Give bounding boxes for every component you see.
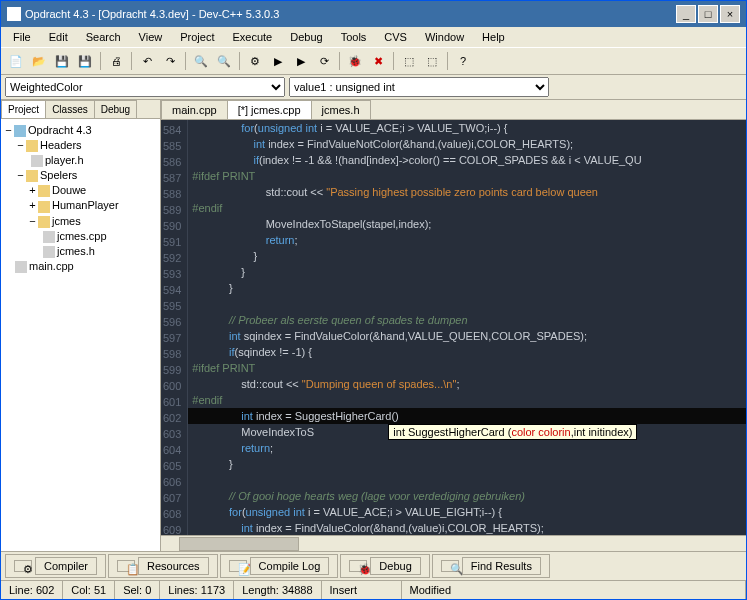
options-icon[interactable]: ⬚ (421, 50, 443, 72)
code-line[interactable]: } (188, 264, 746, 280)
code-line[interactable]: int sqindex = FindValueColor(&hand,VALUE… (188, 328, 746, 344)
debug-icon[interactable]: 🐞 (344, 50, 366, 72)
menu-cvs[interactable]: CVS (376, 29, 415, 45)
redo-icon[interactable]: ↷ (159, 50, 181, 72)
menubar: FileEditSearchViewProjectExecuteDebugToo… (1, 27, 746, 47)
profile-icon[interactable]: ⬚ (398, 50, 420, 72)
file-tab[interactable]: main.cpp (161, 100, 228, 119)
undo-icon[interactable]: ↶ (136, 50, 158, 72)
stop-icon[interactable]: ✖ (367, 50, 389, 72)
status-length: Length: 34888 (234, 581, 321, 599)
code-line[interactable]: if(index != -1 && !(hand[index]->color()… (188, 152, 746, 168)
code-line[interactable]: return; (188, 232, 746, 248)
class-browser-bar: WeightedColor value1 : unsigned int (1, 75, 746, 100)
bottom-tabs: ⚙Compiler📋Resources📝Compile Log🐞Debug🔍Fi… (1, 551, 746, 580)
left-tabs: ProjectClassesDebug (1, 100, 160, 119)
code-line[interactable]: for(unsigned int i = VALUE_ACE;i > VALUE… (188, 120, 746, 136)
tree-file[interactable]: jcmes.h (57, 245, 95, 257)
maximize-button[interactable]: □ (698, 5, 718, 23)
close-button[interactable]: × (720, 5, 740, 23)
bottom-tab-compiler[interactable]: ⚙Compiler (5, 554, 106, 578)
code-line[interactable]: #endif (188, 200, 746, 216)
tree-folder[interactable]: Douwe (52, 184, 86, 196)
menu-window[interactable]: Window (417, 29, 472, 45)
code-line[interactable]: } (188, 280, 746, 296)
code-line[interactable]: int index = FindValueColor(&hand,(value)… (188, 520, 746, 535)
code-line[interactable]: #endif (188, 392, 746, 408)
code-editor[interactable]: 5845855865875885895905915925935945955965… (161, 120, 746, 535)
menu-view[interactable]: View (131, 29, 171, 45)
bottom-tab-debug[interactable]: 🐞Debug (340, 554, 429, 578)
code-line[interactable]: #ifdef PRINT (188, 168, 746, 184)
code-line[interactable] (188, 472, 746, 488)
replace-icon[interactable]: 🔍 (213, 50, 235, 72)
param-tooltip: int SuggestHigherCard (color colorin,int… (388, 424, 637, 440)
menu-file[interactable]: File (5, 29, 39, 45)
file-tab[interactable]: [*] jcmes.cpp (227, 100, 312, 119)
code-line[interactable]: std::cout << "Dumping queen of spades...… (188, 376, 746, 392)
save-icon[interactable]: 💾 (51, 50, 73, 72)
run-icon[interactable]: ▶ (267, 50, 289, 72)
code-line[interactable] (188, 296, 746, 312)
minimize-button[interactable]: _ (676, 5, 696, 23)
tree-file[interactable]: player.h (45, 154, 84, 166)
left-tab-debug[interactable]: Debug (94, 100, 137, 118)
class-combo[interactable]: WeightedColor (5, 77, 285, 97)
tree-folder[interactable]: HumanPlayer (52, 199, 119, 211)
new-icon[interactable]: 📄 (5, 50, 27, 72)
code-line[interactable]: std::cout << "Passing highest possible z… (188, 184, 746, 200)
print-icon[interactable]: 🖨 (105, 50, 127, 72)
code-line[interactable]: } (188, 456, 746, 472)
rebuild-icon[interactable]: ⟳ (313, 50, 335, 72)
compile-icon[interactable]: ⚙ (244, 50, 266, 72)
left-tab-project[interactable]: Project (1, 100, 46, 118)
code-line[interactable]: int index = FindValueNotColor(&hand,(val… (188, 136, 746, 152)
code-line[interactable]: int index = SuggestHigherCard() (188, 408, 746, 424)
help-icon[interactable]: ? (452, 50, 474, 72)
tree-file[interactable]: main.cpp (29, 260, 74, 272)
bottom-tab-find-results[interactable]: 🔍Find Results (432, 554, 550, 578)
file-tab[interactable]: jcmes.h (311, 100, 371, 119)
code-area[interactable]: for(unsigned int i = VALUE_ACE;i > VALUE… (188, 120, 746, 535)
code-line[interactable]: #ifdef PRINT (188, 360, 746, 376)
tree-folder-spelers[interactable]: Spelers (40, 169, 77, 181)
code-line[interactable]: } (188, 248, 746, 264)
left-tab-classes[interactable]: Classes (45, 100, 95, 118)
tree-project[interactable]: Opdracht 4.3 (28, 124, 92, 136)
menu-help[interactable]: Help (474, 29, 513, 45)
menu-project[interactable]: Project (172, 29, 222, 45)
app-icon (7, 7, 21, 21)
status-line: Line: 602 (1, 581, 63, 599)
tree-folder[interactable]: jcmes (52, 215, 81, 227)
code-line[interactable]: for(unsigned int i = VALUE_ACE;i > VALUE… (188, 504, 746, 520)
bottom-tab-resources[interactable]: 📋Resources (108, 554, 218, 578)
compilerun-icon[interactable]: ▶ (290, 50, 312, 72)
status-col: Col: 51 (63, 581, 115, 599)
code-line[interactable]: // Probeer als eerste queen of spades te… (188, 312, 746, 328)
project-tree[interactable]: −Opdracht 4.3 −Headers player.h −Spelers… (1, 119, 160, 551)
code-line[interactable]: return; (188, 440, 746, 456)
tree-file[interactable]: jcmes.cpp (57, 230, 107, 242)
line-gutter: 5845855865875885895905915925935945955965… (161, 120, 188, 535)
scrollbar-thumb[interactable] (179, 537, 299, 551)
find-icon[interactable]: 🔍 (190, 50, 212, 72)
member-combo[interactable]: value1 : unsigned int (289, 77, 549, 97)
saveall-icon[interactable]: 💾 (74, 50, 96, 72)
tree-folder-headers[interactable]: Headers (40, 139, 82, 151)
tab-icon: 🔍 (441, 560, 459, 572)
open-icon[interactable]: 📂 (28, 50, 50, 72)
horizontal-scrollbar[interactable] (161, 535, 746, 551)
window-title: Opdracht 4.3 - [Opdracht 4.3.dev] - Dev-… (25, 8, 279, 20)
menu-execute[interactable]: Execute (224, 29, 280, 45)
code-line[interactable]: MoveIndexToStapel(stapel,index); (188, 216, 746, 232)
bottom-tab-compile-log[interactable]: 📝Compile Log (220, 554, 339, 578)
status-lines: Lines: 1173 (160, 581, 234, 599)
menu-debug[interactable]: Debug (282, 29, 330, 45)
menu-tools[interactable]: Tools (333, 29, 375, 45)
titlebar: Opdracht 4.3 - [Opdracht 4.3.dev] - Dev-… (1, 1, 746, 27)
status-sel: Sel: 0 (115, 581, 160, 599)
code-line[interactable]: if(sqindex != -1) { (188, 344, 746, 360)
menu-edit[interactable]: Edit (41, 29, 76, 45)
menu-search[interactable]: Search (78, 29, 129, 45)
code-line[interactable]: // Of gooi hoge hearts weg (lage voor ve… (188, 488, 746, 504)
